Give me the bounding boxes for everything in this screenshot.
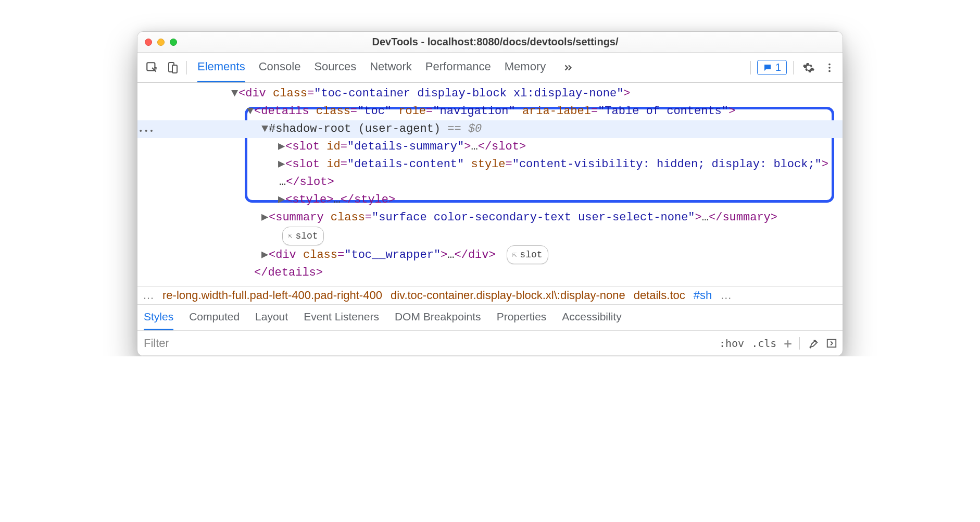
crumb-overflow-left[interactable]: … — [143, 289, 154, 302]
reveal-icon: ⇱ — [288, 227, 292, 245]
minimize-window-button[interactable] — [157, 39, 165, 46]
crumb-item[interactable]: details.toc — [634, 289, 685, 302]
separator — [793, 61, 794, 74]
dom-node-slot-content-close[interactable]: …</slot> — [137, 173, 843, 191]
main-toolbar: Elements Console Sources Network Perform… — [137, 53, 843, 83]
reveal-icon: ⇱ — [512, 246, 517, 264]
svg-rect-2 — [172, 65, 177, 73]
crumb-item[interactable]: re-long.width-full.pad-left-400.pad-righ… — [162, 289, 382, 302]
device-toolbar-icon[interactable] — [162, 56, 183, 80]
inspect-element-icon[interactable] — [142, 56, 162, 80]
subtab-dom-breakpoints[interactable]: DOM Breakpoints — [395, 305, 481, 330]
styles-subtabs: Styles Computed Layout Event Listeners D… — [137, 305, 843, 331]
separator — [186, 61, 187, 74]
window-controls — [137, 39, 177, 46]
crumb-item[interactable]: div.toc-container.display-block.xl\:disp… — [391, 289, 625, 302]
tab-memory[interactable]: Memory — [505, 53, 546, 82]
window-title: DevTools - localhost:8080/docs/devtools/… — [177, 36, 843, 48]
tab-console[interactable]: Console — [259, 53, 301, 82]
subtab-properties[interactable]: Properties — [497, 305, 547, 330]
dom-breadcrumbs: … re-long.width-full.pad-left-400.pad-ri… — [137, 286, 843, 305]
dom-node-style[interactable]: ▶<style>…</style> — [137, 191, 843, 209]
dom-node-slot-content[interactable]: ▶<slot id="details-content" style="conte… — [137, 156, 843, 173]
dom-node-slot-badge-row: ⇱ slot — [137, 227, 843, 245]
tab-performance[interactable]: Performance — [425, 53, 491, 82]
titlebar: DevTools - localhost:8080/docs/devtools/… — [137, 32, 843, 53]
dom-node-summary[interactable]: ▶<summary class="surface color-secondary… — [137, 209, 843, 227]
tab-sources[interactable]: Sources — [314, 53, 356, 82]
crumb-item-selected[interactable]: #sh — [694, 289, 712, 302]
svg-point-3 — [828, 63, 831, 65]
devtools-window: DevTools - localhost:8080/docs/devtools/… — [137, 31, 843, 356]
dom-node-details-close[interactable]: </details> — [137, 264, 843, 282]
svg-point-5 — [828, 70, 831, 72]
subtab-layout[interactable]: Layout — [255, 305, 288, 330]
tab-network[interactable]: Network — [370, 53, 412, 82]
svg-point-4 — [828, 67, 831, 69]
panel-tabs: Elements Console Sources Network Perform… — [197, 53, 747, 82]
dom-node-slot-summary[interactable]: ▶<slot id="details-summary">…</slot> — [137, 138, 843, 156]
styles-filter-row: :hov .cls + — [137, 331, 843, 356]
new-style-rule-button[interactable]: + — [784, 335, 792, 351]
dom-node-div-toc-container[interactable]: ▼<div class="toc-container display-block… — [137, 85, 843, 103]
separator — [799, 337, 800, 350]
zoom-window-button[interactable] — [170, 39, 177, 46]
crumb-overflow-right[interactable]: … — [720, 289, 732, 302]
styles-filter-input[interactable] — [137, 337, 719, 350]
paint-flashing-icon[interactable] — [807, 338, 819, 349]
computed-styles-toggle-icon[interactable] — [826, 338, 837, 349]
subtab-computed[interactable]: Computed — [189, 305, 240, 330]
subtab-event-listeners[interactable]: Event Listeners — [304, 305, 379, 330]
toggle-hover-button[interactable]: :hov — [719, 337, 744, 350]
dom-node-toc-wrapper[interactable]: ▶<div class="toc__wrapper">…</div> ⇱ slo… — [137, 245, 843, 264]
separator — [750, 61, 751, 74]
svg-rect-6 — [827, 339, 836, 347]
reveal-slot-button[interactable]: ⇱ slot — [282, 227, 324, 245]
elements-panel: ▼<div class="toc-container display-block… — [137, 83, 843, 286]
subtab-accessibility[interactable]: Accessibility — [562, 305, 621, 330]
subtab-styles[interactable]: Styles — [144, 305, 173, 330]
issues-count: 1 — [775, 61, 781, 73]
toolbar-right: 1 — [747, 59, 838, 77]
settings-icon[interactable] — [800, 59, 818, 77]
dom-node-shadow-root[interactable]: ▼#shadow-root (user-agent) == $0 — [137, 120, 843, 138]
toggle-classes-button[interactable]: .cls — [751, 337, 776, 350]
more-options-icon[interactable] — [821, 59, 838, 77]
close-window-button[interactable] — [145, 39, 152, 46]
more-tabs-icon[interactable] — [559, 59, 577, 77]
tab-elements[interactable]: Elements — [197, 53, 245, 82]
issues-button[interactable]: 1 — [757, 60, 787, 75]
dom-node-details[interactable]: ▼<details class="toc" role="navigation" … — [137, 103, 843, 120]
reveal-slot-button[interactable]: ⇱ slot — [507, 245, 548, 264]
